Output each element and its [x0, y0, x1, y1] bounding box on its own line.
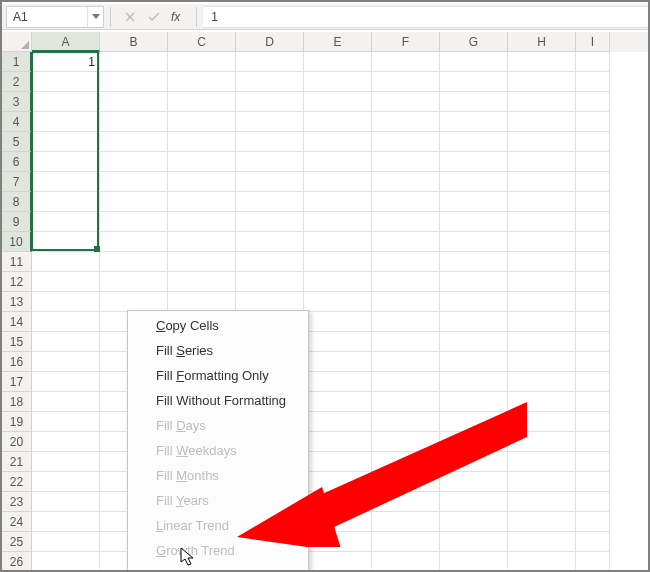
cell-I11[interactable] [576, 252, 610, 272]
cell-H1[interactable] [508, 52, 576, 72]
cell-G20[interactable] [440, 432, 508, 452]
cell-A15[interactable] [32, 332, 100, 352]
cell-G13[interactable] [440, 292, 508, 312]
cell-I23[interactable] [576, 492, 610, 512]
row-header-17[interactable]: 17 [2, 372, 32, 392]
cell-A17[interactable] [32, 372, 100, 392]
cell-F13[interactable] [372, 292, 440, 312]
cell-G2[interactable] [440, 72, 508, 92]
cell-C9[interactable] [168, 212, 236, 232]
cell-F23[interactable] [372, 492, 440, 512]
cell-H17[interactable] [508, 372, 576, 392]
cell-G19[interactable] [440, 412, 508, 432]
cell-A1[interactable]: 1 [32, 52, 100, 72]
cell-B3[interactable] [100, 92, 168, 112]
menu-item[interactable]: Fill Without Formatting [130, 388, 306, 413]
cell-C13[interactable] [168, 292, 236, 312]
cell-F4[interactable] [372, 112, 440, 132]
fx-icon[interactable]: fx [171, 10, 180, 24]
cell-E17[interactable] [304, 372, 372, 392]
cell-F9[interactable] [372, 212, 440, 232]
cell-F12[interactable] [372, 272, 440, 292]
cell-A21[interactable] [32, 452, 100, 472]
cell-I12[interactable] [576, 272, 610, 292]
cell-F1[interactable] [372, 52, 440, 72]
cell-F16[interactable] [372, 352, 440, 372]
cell-A6[interactable] [32, 152, 100, 172]
cell-G23[interactable] [440, 492, 508, 512]
cell-G9[interactable] [440, 212, 508, 232]
cell-A13[interactable] [32, 292, 100, 312]
row-header-18[interactable]: 18 [2, 392, 32, 412]
cell-I9[interactable] [576, 212, 610, 232]
cell-F2[interactable] [372, 72, 440, 92]
cell-I20[interactable] [576, 432, 610, 452]
column-header-G[interactable]: G [440, 32, 508, 52]
cell-G14[interactable] [440, 312, 508, 332]
cell-C5[interactable] [168, 132, 236, 152]
cell-A12[interactable] [32, 272, 100, 292]
cell-E24[interactable] [304, 512, 372, 532]
cell-C12[interactable] [168, 272, 236, 292]
cell-C3[interactable] [168, 92, 236, 112]
cell-E7[interactable] [304, 172, 372, 192]
cell-I13[interactable] [576, 292, 610, 312]
row-header-4[interactable]: 4 [2, 112, 32, 132]
cell-D7[interactable] [236, 172, 304, 192]
cell-D9[interactable] [236, 212, 304, 232]
cell-H13[interactable] [508, 292, 576, 312]
cell-E12[interactable] [304, 272, 372, 292]
cell-D2[interactable] [236, 72, 304, 92]
row-header-12[interactable]: 12 [2, 272, 32, 292]
cell-H6[interactable] [508, 152, 576, 172]
cell-G8[interactable] [440, 192, 508, 212]
cell-F15[interactable] [372, 332, 440, 352]
cell-G24[interactable] [440, 512, 508, 532]
cell-H14[interactable] [508, 312, 576, 332]
cell-F17[interactable] [372, 372, 440, 392]
formula-bar[interactable]: 1 [203, 6, 648, 28]
cell-D13[interactable] [236, 292, 304, 312]
menu-item[interactable]: Fill Series [130, 338, 306, 363]
row-header-11[interactable]: 11 [2, 252, 32, 272]
cell-A25[interactable] [32, 532, 100, 552]
cell-C2[interactable] [168, 72, 236, 92]
cell-A2[interactable] [32, 72, 100, 92]
cell-I1[interactable] [576, 52, 610, 72]
cell-H15[interactable] [508, 332, 576, 352]
cell-E19[interactable] [304, 412, 372, 432]
cell-H9[interactable] [508, 212, 576, 232]
cell-H10[interactable] [508, 232, 576, 252]
cell-H18[interactable] [508, 392, 576, 412]
cell-H19[interactable] [508, 412, 576, 432]
cell-F19[interactable] [372, 412, 440, 432]
cell-E2[interactable] [304, 72, 372, 92]
cell-I6[interactable] [576, 152, 610, 172]
cell-C8[interactable] [168, 192, 236, 212]
cell-E8[interactable] [304, 192, 372, 212]
cell-I21[interactable] [576, 452, 610, 472]
cell-G7[interactable] [440, 172, 508, 192]
cell-H21[interactable] [508, 452, 576, 472]
cell-I22[interactable] [576, 472, 610, 492]
cell-E5[interactable] [304, 132, 372, 152]
column-header-I[interactable]: I [576, 32, 610, 52]
cell-E4[interactable] [304, 112, 372, 132]
cell-D6[interactable] [236, 152, 304, 172]
cell-F21[interactable] [372, 452, 440, 472]
cell-F22[interactable] [372, 472, 440, 492]
cell-B7[interactable] [100, 172, 168, 192]
cell-A9[interactable] [32, 212, 100, 232]
menu-item[interactable]: Flash Fill [130, 563, 306, 570]
row-header-19[interactable]: 19 [2, 412, 32, 432]
row-header-3[interactable]: 3 [2, 92, 32, 112]
cell-G17[interactable] [440, 372, 508, 392]
cell-I14[interactable] [576, 312, 610, 332]
cell-F6[interactable] [372, 152, 440, 172]
cell-I3[interactable] [576, 92, 610, 112]
cell-H4[interactable] [508, 112, 576, 132]
cell-E22[interactable] [304, 472, 372, 492]
cell-E3[interactable] [304, 92, 372, 112]
row-header-6[interactable]: 6 [2, 152, 32, 172]
cell-I4[interactable] [576, 112, 610, 132]
